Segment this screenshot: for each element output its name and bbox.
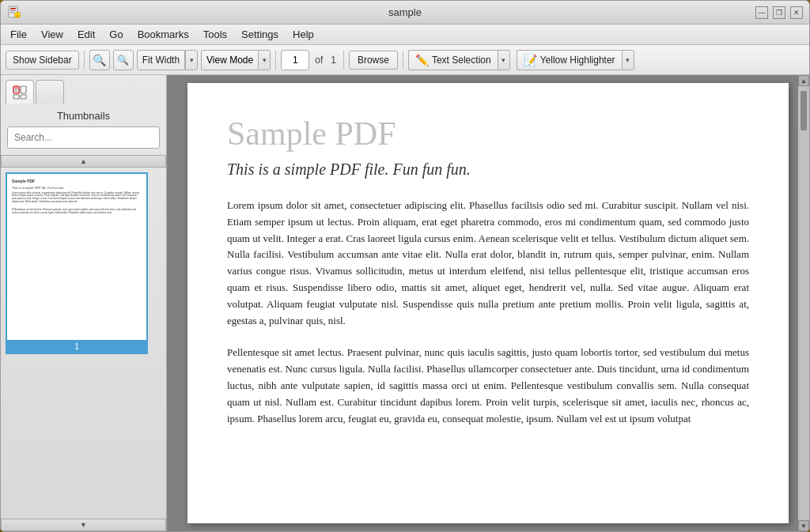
pdf-page-1: Sample PDF This is a simple PDF file. Fu… (187, 83, 789, 523)
view-mode-display[interactable]: View Mode (201, 50, 258, 70)
svg-rect-2 (10, 10, 16, 11)
svg-rect-9 (15, 90, 17, 91)
menu-edit[interactable]: Edit (71, 26, 101, 43)
menu-go[interactable]: Go (103, 26, 129, 43)
toolbar: Show Sidebar 🔍 🔍 Fit Width ▾ View Mode ▾… (1, 45, 809, 75)
thumbnails-tab[interactable] (6, 80, 34, 104)
thumbnail-page-label: 1 (7, 340, 146, 353)
highlighter-arrow[interactable]: ▾ (622, 50, 634, 70)
toolbar-separator-1 (84, 51, 85, 70)
toolbar-separator-2 (275, 51, 276, 70)
text-selection-label: Text Selection (432, 55, 491, 66)
highlighter-icon: 📝 (524, 54, 537, 66)
close-button[interactable]: ✕ (790, 6, 803, 19)
sidebar-search-container (7, 126, 160, 149)
pdf-main-title: Sample PDF (227, 115, 749, 153)
fit-width-arrow[interactable]: ▾ (185, 50, 198, 70)
thumbnail-page-1[interactable]: Sample PDF This is a simple PDF file. Fu… (6, 172, 148, 354)
menu-help[interactable]: Help (286, 26, 320, 43)
menu-bar: File View Edit Go Bookmarks Tools Settin… (1, 25, 809, 45)
pdf-subtitle: This is a simple PDF file. Fun fun fun. (227, 160, 749, 179)
toolbar-separator-3 (343, 51, 344, 70)
highlighter-group: 📝 Yellow Highlighter ▾ (517, 50, 634, 70)
text-selection-arrow[interactable]: ▾ (498, 50, 510, 70)
restore-button[interactable]: ❐ (773, 6, 785, 19)
menu-file[interactable]: File (4, 26, 33, 43)
scroll-up-arrow[interactable]: ▲ (798, 75, 809, 86)
sidebar-title: Thumbnails (1, 104, 166, 126)
browse-button[interactable]: Browse (349, 51, 398, 70)
main-pdf-view: Sample PDF This is a simple PDF file. Fu… (167, 75, 809, 531)
zoom-in-icon: 🔍 (93, 54, 106, 66)
second-tab[interactable] (36, 80, 64, 104)
search-input[interactable] (7, 126, 160, 149)
scroll-down-arrow[interactable]: ▼ (798, 520, 809, 531)
thumbnail-content: Sample PDF This is a simple PDF file. Fu… (7, 174, 146, 353)
scroll-thumb[interactable] (801, 91, 807, 130)
svg-rect-13 (21, 95, 26, 99)
show-sidebar-button[interactable]: Show Sidebar (6, 51, 79, 70)
view-mode-group: View Mode ▾ (201, 50, 271, 70)
sidebar-tabs (1, 75, 166, 104)
fit-width-group: Fit Width ▾ (137, 50, 198, 70)
zoom-out-icon: 🔍 (117, 55, 129, 66)
svg-rect-1 (10, 8, 16, 9)
sidebar-scroll-area[interactable]: Sample PDF This is a simple PDF file. Fu… (1, 168, 166, 519)
yellow-highlighter-button[interactable]: 📝 Yellow Highlighter (517, 50, 622, 70)
zoom-out-button[interactable]: 🔍 (113, 50, 134, 70)
text-selection-icon: ✏️ (415, 54, 429, 66)
toolbar-separator-4 (403, 51, 403, 70)
menu-tools[interactable]: Tools (197, 26, 233, 43)
application-window: ✦ sample — ❐ ✕ File View Edit Go Bookmar… (0, 0, 810, 532)
vertical-scrollbar[interactable]: ▲ ▼ (798, 75, 809, 531)
pdf-paragraph-1: Lorem ipsum dolor sit amet, consectetuer… (227, 198, 749, 329)
svg-rect-10 (15, 91, 18, 92)
pdf-paragraph-2: Pellentesque sit amet lectus. Praesent p… (227, 345, 749, 427)
content-area: Thumbnails ▲ Sample PDF This is a simple… (1, 75, 809, 531)
page-of-label: of (315, 55, 323, 66)
minimize-button[interactable]: — (755, 6, 768, 19)
title-bar: ✦ sample — ❐ ✕ (1, 1, 809, 25)
svg-rect-8 (15, 89, 18, 89)
thumbnails-tab-icon (12, 85, 28, 100)
page-total-label: 1 (331, 55, 336, 66)
text-selection-button[interactable]: ✏️ Text Selection (408, 50, 498, 70)
pdf-viewport[interactable]: Sample PDF This is a simple PDF file. Fu… (167, 75, 809, 531)
yellow-highlighter-label: Yellow Highlighter (540, 55, 615, 66)
svg-rect-7 (15, 87, 18, 88)
menu-view[interactable]: View (35, 26, 70, 43)
svg-text:✦: ✦ (16, 13, 19, 17)
view-mode-arrow[interactable]: ▾ (258, 50, 271, 70)
svg-rect-12 (13, 95, 19, 99)
fit-width-display[interactable]: Fit Width (137, 50, 185, 70)
scroll-track[interactable] (798, 86, 809, 520)
app-icon: ✦ (7, 6, 21, 20)
window-controls: — ❐ ✕ (755, 6, 803, 19)
scroll-down-button[interactable]: ▼ (1, 519, 166, 531)
sidebar: Thumbnails ▲ Sample PDF This is a simple… (1, 75, 167, 531)
text-selection-group: ✏️ Text Selection ▾ (408, 50, 510, 70)
menu-settings[interactable]: Settings (235, 26, 285, 43)
menu-bookmarks[interactable]: Bookmarks (131, 26, 195, 43)
window-title: sample (388, 6, 422, 18)
zoom-in-button[interactable]: 🔍 (89, 50, 110, 70)
svg-rect-11 (21, 86, 26, 93)
svg-rect-3 (10, 12, 14, 13)
svg-rect-6 (13, 86, 19, 93)
page-number-input[interactable] (281, 50, 309, 70)
scroll-up-button[interactable]: ▲ (1, 155, 166, 168)
